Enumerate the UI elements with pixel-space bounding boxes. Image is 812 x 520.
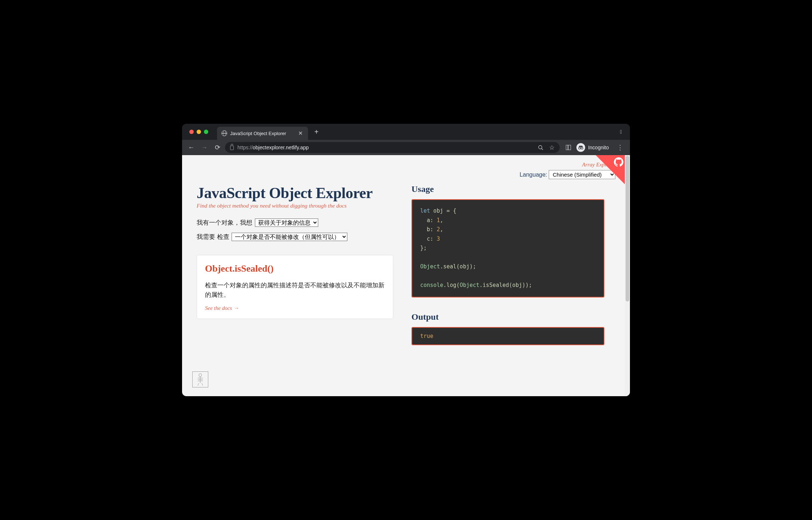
prompt-row-1: 我有一个对象，我想 获得关于对象的信息 bbox=[197, 218, 393, 227]
browser-window: JavaScript Object Explorer ✕ + 􀆈 ← → ⟳ h… bbox=[182, 124, 630, 396]
page-viewport: Array Explorer Language: Chinese (Simpli… bbox=[182, 155, 630, 396]
usage-code-block[interactable]: let obj = { a: 1, b: 2, c: 3 }; Object.s… bbox=[411, 199, 604, 298]
zoom-icon[interactable] bbox=[538, 145, 544, 150]
address-bar[interactable]: https://objectexplorer.netlify.app ☆ bbox=[225, 142, 560, 153]
scrollbar-thumb[interactable] bbox=[626, 156, 629, 302]
window-zoom-button[interactable] bbox=[204, 130, 208, 134]
incognito-icon bbox=[576, 143, 585, 152]
scrollbar-track[interactable] bbox=[625, 155, 630, 396]
output-block: true bbox=[411, 327, 604, 345]
url-scheme: https:// bbox=[237, 145, 253, 150]
browser-menu-button[interactable]: ⋮ bbox=[614, 143, 626, 151]
nav-reload-button[interactable]: ⟳ bbox=[212, 142, 223, 153]
tab-strip: JavaScript Object Explorer ✕ + 􀆈 bbox=[182, 124, 630, 140]
page-title: JavaScript Object Explorer bbox=[197, 184, 393, 202]
svg-point-4 bbox=[199, 374, 202, 377]
bookmark-star-icon[interactable]: ☆ bbox=[549, 145, 555, 150]
footer-logo[interactable] bbox=[192, 371, 208, 387]
tab-title: JavaScript Object Explorer bbox=[230, 131, 295, 136]
browser-toolbar: ← → ⟳ https://objectexplorer.netlify.app… bbox=[182, 140, 630, 155]
see-docs-link[interactable]: See the docs → bbox=[205, 305, 239, 311]
url-host: objectexplorer.netlify.app bbox=[253, 145, 309, 150]
page-content: JavaScript Object Explorer Find the obje… bbox=[182, 155, 619, 396]
prompt-2-prefix: 我需要 检查 bbox=[197, 233, 229, 240]
usage-heading: Usage bbox=[411, 184, 604, 194]
github-icon bbox=[614, 157, 623, 167]
nav-back-button[interactable]: ← bbox=[186, 142, 197, 153]
svg-line-1 bbox=[541, 148, 543, 150]
svg-line-9 bbox=[198, 383, 199, 386]
prompt-2-select[interactable]: 一个对象是否不能被修改（但属性可以） bbox=[232, 233, 347, 241]
left-column: JavaScript Object Explorer Find the obje… bbox=[197, 184, 393, 385]
side-panel-button[interactable] bbox=[565, 145, 571, 150]
window-close-button[interactable] bbox=[189, 130, 194, 134]
browser-tab-active[interactable]: JavaScript Object Explorer ✕ bbox=[217, 127, 308, 140]
svg-line-10 bbox=[202, 383, 203, 386]
svg-point-0 bbox=[539, 145, 542, 149]
new-tab-button[interactable]: + bbox=[311, 126, 322, 137]
output-heading: Output bbox=[411, 312, 604, 322]
tab-close-button[interactable]: ✕ bbox=[297, 130, 304, 137]
prompt-1-select[interactable]: 获得关于对象的信息 bbox=[255, 218, 318, 227]
page-subtitle: Find the object method you need without … bbox=[197, 202, 393, 209]
language-label: Language: bbox=[520, 172, 547, 178]
result-card: Object.isSealed() 检查一个对象的属性的属性描述符是否不能被修改… bbox=[197, 255, 393, 319]
result-method-name: Object.isSealed() bbox=[205, 263, 385, 274]
skeleton-icon bbox=[195, 373, 206, 386]
window-minimize-button[interactable] bbox=[197, 130, 201, 134]
incognito-indicator[interactable]: Incognito bbox=[576, 142, 612, 153]
incognito-label: Incognito bbox=[588, 145, 609, 150]
right-column: Usage let obj = { a: 1, b: 2, c: 3 }; Ob… bbox=[411, 184, 604, 385]
tabs-menu-button[interactable]: 􀆈 bbox=[616, 127, 626, 137]
prompt-1-prefix: 我有一个对象，我想 bbox=[197, 219, 252, 226]
prompt-row-2: 我需要 检查 一个对象是否不能被修改（但属性可以） bbox=[197, 233, 393, 241]
window-controls bbox=[189, 130, 208, 134]
lock-icon bbox=[230, 146, 234, 150]
globe-icon bbox=[221, 130, 227, 136]
result-description: 检查一个对象的属性的属性描述符是否不能被修改以及不能增加新的属性。 bbox=[205, 281, 385, 300]
svg-point-3 bbox=[581, 147, 583, 149]
nav-forward-button[interactable]: → bbox=[199, 142, 210, 153]
svg-point-2 bbox=[579, 147, 580, 149]
url-text: https://objectexplorer.netlify.app bbox=[237, 145, 534, 150]
github-corner-ribbon[interactable] bbox=[596, 155, 625, 184]
